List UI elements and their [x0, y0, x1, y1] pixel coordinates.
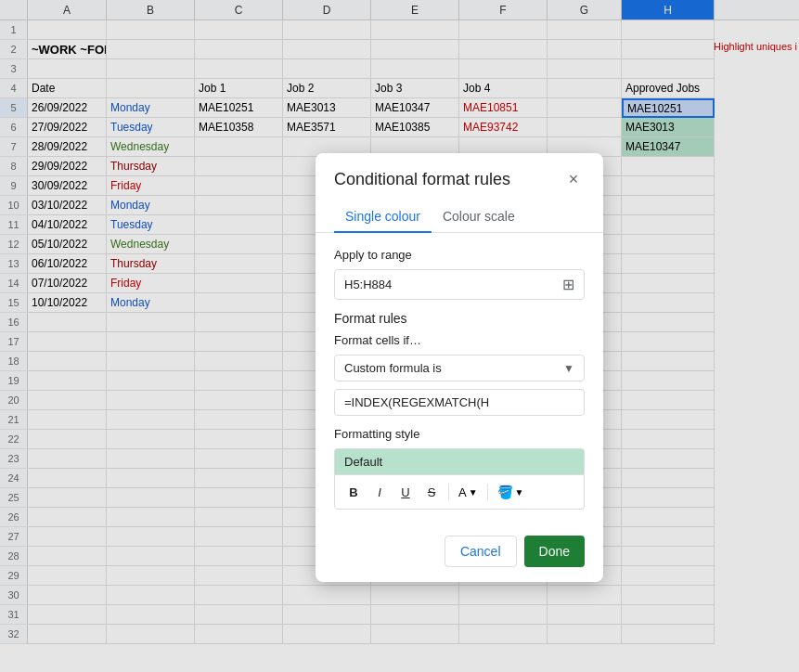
dialog-header: Conditional format rules × [316, 153, 603, 201]
format-rules-title: Format rules [334, 311, 585, 326]
font-color-button[interactable]: A ▼ [455, 484, 482, 501]
underline-button[interactable]: U [394, 481, 417, 503]
toolbar-divider-1 [448, 484, 449, 500]
spreadsheet: A B C D E F G H Highlight uniques i 1 2 … [0, 0, 799, 672]
formatting-style-section: Formatting style Default B I U S A ▼ 🪣 [334, 427, 585, 510]
dialog-footer: Cancel Done [316, 524, 603, 582]
chevron-down-icon: ▼ [563, 362, 574, 375]
fill-color-icon: 🪣 [497, 485, 513, 499]
done-button[interactable]: Done [524, 536, 585, 567]
apply-to-range-label: Apply to range [334, 248, 585, 262]
bold-button[interactable]: B [342, 481, 365, 503]
italic-button[interactable]: I [368, 481, 391, 503]
formula-input[interactable]: =INDEX(REGEXMATCH(H [334, 389, 585, 416]
default-style-preview[interactable]: Default [334, 448, 585, 474]
toolbar-divider-2 [487, 484, 488, 500]
tab-colour-scale[interactable]: Colour scale [432, 201, 526, 233]
dialog-tabs: Single colour Colour scale [316, 201, 603, 233]
dialog-title: Conditional format rules [334, 170, 510, 189]
font-color-label: A [458, 485, 467, 499]
font-color-arrow-icon: ▼ [469, 487, 478, 498]
grid-icon: ⊞ [562, 276, 574, 293]
range-value: H5:H884 [344, 278, 562, 291]
range-input-container[interactable]: H5:H884 ⊞ [334, 269, 585, 300]
format-condition-dropdown[interactable]: Custom formula is ▼ [334, 355, 585, 381]
fill-color-arrow-icon: ▼ [515, 487, 524, 498]
dialog-body: Apply to range H5:H884 ⊞ Format rules Fo… [316, 233, 603, 524]
formula-value: =INDEX(REGEXMATCH(H [344, 395, 489, 409]
formatting-style-label: Formatting style [334, 427, 585, 441]
dialog-close-button[interactable]: × [562, 168, 585, 190]
fill-color-button[interactable]: 🪣 ▼ [494, 483, 528, 501]
cancel-button[interactable]: Cancel [445, 536, 517, 567]
tab-single-colour[interactable]: Single colour [334, 201, 432, 233]
strikethrough-button[interactable]: S [420, 481, 443, 503]
formatting-toolbar: B I U S A ▼ 🪣 ▼ [334, 474, 585, 510]
format-cells-if-label: Format cells if… [334, 333, 585, 347]
dropdown-value: Custom formula is [344, 361, 442, 375]
conditional-format-dialog: Conditional format rules × Single colour… [316, 153, 603, 582]
